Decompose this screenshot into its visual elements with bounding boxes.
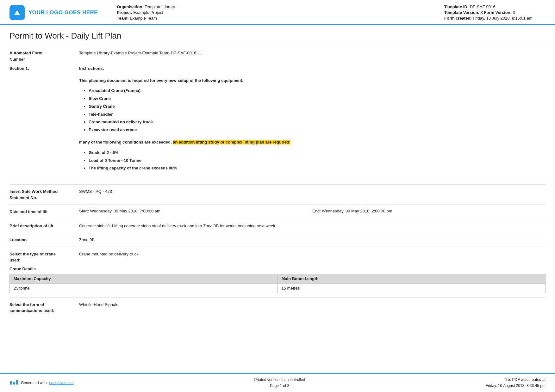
crane-type-row: Select the type of craneused: Crane moun… xyxy=(9,251,546,263)
swms-value: SWMS - PQ - 423 xyxy=(79,188,546,195)
communications-row: Select the form ofcommunications used: W… xyxy=(9,302,546,314)
logo-icon xyxy=(9,5,25,20)
project-line: Project: Example Project xyxy=(117,10,438,15)
instructions-body: This planning document is required for e… xyxy=(79,77,546,172)
instructions-title: Instructions: xyxy=(79,65,546,72)
template-id-value: DP-SAF-0016 xyxy=(470,4,496,9)
communications-label: Select the form ofcommunications used: xyxy=(9,302,79,314)
team-value: Example Team xyxy=(130,16,157,21)
date-end: End: Wednesday, 09 May 2018, 2:00:00 pm xyxy=(312,209,546,213)
team-label: Team: xyxy=(117,16,128,21)
list-item: Excavator used as crane xyxy=(89,127,546,133)
section1-value: Instructions: This planning document is … xyxy=(79,65,546,177)
organisation-line: Organisation: Template Library xyxy=(117,4,438,9)
list-item: Grade of 2 - 6% xyxy=(89,150,546,156)
footer-center-line2: Page 1 of 3 xyxy=(254,383,305,389)
auto-form-value: Template Library-Example Project-Example… xyxy=(79,50,546,56)
date-start: Start: Wednesday, 09 May 2018, 7:00:00 a… xyxy=(79,209,312,213)
divider-4 xyxy=(9,233,546,233)
section1-row: Section 1: Instructions: This planning d… xyxy=(9,65,546,181)
crane-capacity-value: 25 tonne xyxy=(10,283,278,293)
footer-right-line2: Friday, 10 August 2018, 8:33:45 pm xyxy=(486,383,546,389)
footer-generated-text: Generated with xyxy=(21,381,47,385)
page-header: YOUR LOGO GOES HERE Organisation: Templa… xyxy=(0,0,555,25)
page-title: Permit to Work - Daily Lift Plan xyxy=(9,31,546,44)
crane-type-label: Select the type of craneused: xyxy=(9,251,79,263)
date-row: Date and time of lift Start: Wednesday, … xyxy=(9,209,546,215)
conditions-intro-highlight: an addition lifting study or complex lif… xyxy=(173,140,290,144)
list-item: Slew Crane xyxy=(89,95,546,102)
logo-section: YOUR LOGO GOES HERE xyxy=(9,4,98,21)
org-label: Organisation: xyxy=(117,4,144,9)
footer-right: This PDF was created at Friday, 10 Augus… xyxy=(486,377,546,389)
logo-svg xyxy=(12,8,22,18)
logo-text: YOUR LOGO GOES HERE xyxy=(28,9,98,16)
template-id-line: Template ID: DP-SAF-0016 xyxy=(444,4,546,9)
section1-label: Section 1: xyxy=(9,65,79,72)
conditions-intro-plain: If any of the following conditions are e… xyxy=(79,140,172,144)
svg-rect-1 xyxy=(10,381,12,384)
project-value: Example Project xyxy=(133,10,163,15)
communications-value: Whistle Hand Signals xyxy=(79,302,546,308)
crane-boom-value: 15 metres xyxy=(278,283,546,293)
main-content: Permit to Work - Daily Lift Plan Automat… xyxy=(0,25,555,342)
list-item: Gantry Crane xyxy=(89,103,546,110)
crane-table-header-row: Maximum Capacity Main Boom Length xyxy=(10,274,546,283)
crane-type-value: Crane mounted on delivery truck xyxy=(79,251,546,257)
equipment-list: Articulated Crane (Franna)Slew CraneGant… xyxy=(89,88,546,133)
crane-table-head: Maximum Capacity Main Boom Length xyxy=(10,274,546,283)
form-version-value: 3 xyxy=(513,10,515,15)
project-label: Project: xyxy=(117,10,132,15)
svg-rect-2 xyxy=(13,382,15,384)
form-created-value: Friday, 13 July 2018, 8:16:01 am xyxy=(473,16,532,21)
location-row: Location Zone 9B xyxy=(9,237,546,243)
header-center-info: Organisation: Template Library Project: … xyxy=(104,4,438,21)
list-item: Crane mounted on delivery truck xyxy=(89,119,546,126)
divider-5 xyxy=(9,247,546,247)
crane-col-capacity: Maximum Capacity xyxy=(10,274,278,283)
page-footer: Generated with dashpivot.com Printed ver… xyxy=(0,373,555,392)
brief-desc-label: Brief description of lift xyxy=(9,223,79,229)
divider-1 xyxy=(9,184,546,185)
svg-rect-3 xyxy=(16,380,18,384)
location-label: Location xyxy=(9,237,79,243)
location-value: Zone 9B xyxy=(79,237,546,243)
footer-generated-link[interactable]: dashpivot.com xyxy=(49,381,73,385)
org-value: Template Library xyxy=(145,4,175,9)
divider-3 xyxy=(9,219,546,219)
list-item: The lifting capacity of the crane exceed… xyxy=(89,165,546,172)
crane-table-body: 25 tonne 15 metres xyxy=(10,283,546,293)
team-line: Team: Example Team xyxy=(117,16,438,21)
footer-center: Printed version is uncontrolled Page 1 o… xyxy=(254,377,305,389)
template-version-line: Template Version: 3 Form Version: 3 xyxy=(444,10,546,15)
footer-logo-icon xyxy=(9,380,18,386)
crane-details-title: Crane Details xyxy=(9,266,546,271)
auto-form-label: Automated FormNumber xyxy=(9,50,79,62)
crane-table-row: 25 tonne 15 metres xyxy=(10,283,546,293)
template-version-label: Template Version: xyxy=(444,10,479,15)
form-version-label: Form Version: xyxy=(484,10,513,15)
brief-desc-value: Concrete slab lift. Lifting concrete sla… xyxy=(79,223,546,229)
crane-details-table: Maximum Capacity Main Boom Length 25 ton… xyxy=(9,274,546,293)
template-version-value: 3 xyxy=(481,10,483,15)
brief-desc-row: Brief description of lift Concrete slab … xyxy=(9,223,546,229)
form-created-line: Form created: Friday, 13 July 2018, 8:16… xyxy=(444,16,546,21)
list-item: Load of 0 Tonne - 10 Tonne xyxy=(89,157,546,164)
date-label: Date and time of lift xyxy=(9,209,79,215)
footer-left: Generated with dashpivot.com xyxy=(9,380,74,386)
list-item: Articulated Crane (Franna) xyxy=(89,88,546,94)
template-id-label: Template ID: xyxy=(444,4,469,9)
swms-row: Insert Safe Work MethodStatement No. SWM… xyxy=(9,188,546,201)
instructions-required-text: This planning document is required for e… xyxy=(79,77,546,84)
svg-point-0 xyxy=(16,11,18,13)
form-created-label: Form created: xyxy=(444,16,472,21)
crane-col-boom: Main Boom Length xyxy=(278,274,546,283)
header-right-info: Template ID: DP-SAF-0016 Template Versio… xyxy=(444,4,546,21)
swms-label: Insert Safe Work MethodStatement No. xyxy=(9,188,79,201)
divider-2 xyxy=(9,205,546,205)
footer-right-line1: This PDF was created at xyxy=(486,377,546,383)
divider-6 xyxy=(9,297,546,298)
list-item: Tele-handler xyxy=(89,111,546,118)
conditions-intro: If any of the following conditions are e… xyxy=(79,139,546,146)
conditions-list: Grade of 2 - 6%Load of 0 Tonne - 10 Tonn… xyxy=(89,150,546,172)
